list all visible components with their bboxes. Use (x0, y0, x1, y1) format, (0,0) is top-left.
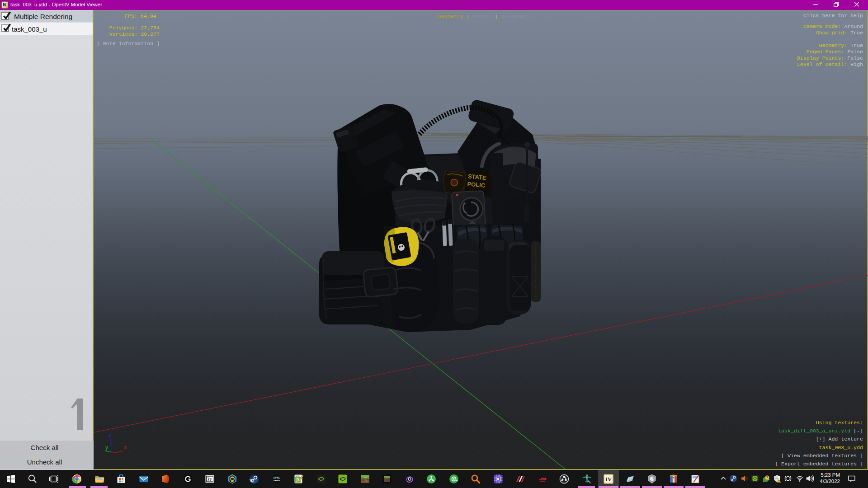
svg-text:y: y (105, 444, 108, 450)
svg-text:IV: IV (605, 476, 612, 483)
svg-text:EPIC: EPIC (274, 476, 280, 479)
svg-text:7z: 7z (207, 477, 212, 482)
svg-text:GAMES: GAMES (274, 480, 280, 482)
svg-text:x: x (124, 444, 127, 450)
svg-text:z: z (108, 432, 111, 438)
